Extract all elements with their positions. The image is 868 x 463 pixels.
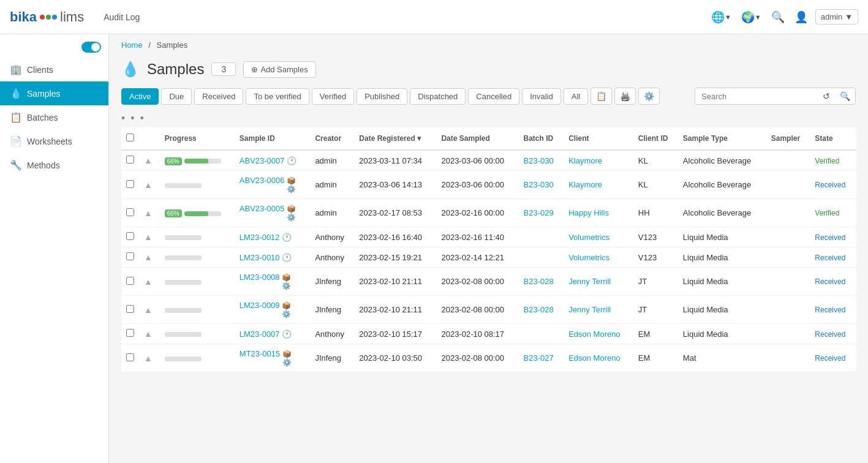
- batch-id-link[interactable]: B23-028: [524, 305, 554, 314]
- sample-id-link[interactable]: LM23-0010: [240, 253, 280, 262]
- filter-invalid[interactable]: Invalid: [522, 88, 561, 105]
- th-date-registered: Date Registered ▾: [354, 127, 436, 150]
- select-all-checkbox[interactable]: [126, 134, 134, 141]
- filter-all[interactable]: All: [564, 88, 588, 105]
- row-checkbox[interactable]: [126, 277, 134, 285]
- add-samples-label: Add Samples: [260, 65, 308, 74]
- row-sample-type-cell: Alcoholic Beverage: [678, 199, 766, 227]
- th-creator: Creator: [310, 127, 354, 150]
- up-arrow-icon[interactable]: ▲: [144, 305, 153, 315]
- th-state: State: [810, 127, 856, 150]
- sidebar-item-methods[interactable]: 🔧 Methods: [0, 153, 108, 177]
- row-checkbox[interactable]: [126, 156, 134, 164]
- row-sample-type-cell: Liquid Media: [678, 296, 766, 324]
- up-arrow-icon[interactable]: ▲: [144, 353, 153, 363]
- row-creator-cell: admin: [310, 150, 354, 171]
- globe-icon[interactable]: 🌍 ▼: [739, 8, 764, 26]
- filter-due[interactable]: Due: [161, 88, 192, 105]
- client-link[interactable]: Volumetrics: [568, 233, 609, 242]
- row-checkbox[interactable]: [126, 252, 134, 260]
- filter-verified[interactable]: Verified: [312, 88, 354, 105]
- row-date-sampled-cell: 2023-02-16 11:40: [436, 227, 518, 247]
- up-arrow-icon[interactable]: ▲: [144, 232, 153, 242]
- sidebar-collapse-toggle[interactable]: [81, 42, 101, 53]
- filter-active[interactable]: Active: [121, 88, 159, 105]
- client-link[interactable]: Edson Moreno: [568, 329, 621, 339]
- search-icon[interactable]: 🔍: [769, 8, 787, 26]
- up-arrow-icon[interactable]: ▲: [144, 277, 153, 287]
- count-input[interactable]: [211, 62, 236, 76]
- row-checkbox[interactable]: [126, 232, 134, 240]
- row-state-cell: Received: [810, 324, 856, 344]
- sample-id-link[interactable]: ABV23-0005: [240, 204, 285, 213]
- sample-id-link[interactable]: LM23-0009: [240, 301, 280, 310]
- table-row: ▲ LM23-0009 📦⚙️ JInfeng 2023-02-10 21:11…: [121, 296, 856, 324]
- row-date-sampled-cell: 2023-02-08 00:00: [436, 344, 518, 372]
- batch-id-link[interactable]: B23-027: [524, 353, 554, 363]
- row-batch-id-cell: B23-030: [519, 150, 564, 171]
- search-box: ↺ 🔍: [695, 88, 856, 105]
- th-arrow: [139, 127, 160, 150]
- add-samples-button[interactable]: ⊕ Add Samples: [243, 61, 315, 78]
- row-sampler-cell: [766, 199, 810, 227]
- sidebar-item-clients[interactable]: 🏢 Clients: [0, 58, 108, 81]
- row-checkbox[interactable]: [126, 305, 134, 313]
- settings-icon-btn[interactable]: ⚙️: [638, 88, 660, 105]
- sample-id-link[interactable]: LM23-0008: [240, 273, 280, 282]
- sample-id-link[interactable]: LM23-0007: [240, 329, 280, 339]
- filter-dispatched[interactable]: Dispatched: [410, 88, 466, 105]
- table-wrap: Progress Sample ID Creator Date Register…: [109, 127, 868, 372]
- sample-id-link[interactable]: ABV23-0007: [240, 156, 285, 165]
- filter-cancelled[interactable]: Cancelled: [468, 88, 519, 105]
- batch-id-link[interactable]: B23-030: [524, 156, 554, 165]
- client-link[interactable]: Volumetrics: [568, 253, 609, 262]
- up-arrow-icon[interactable]: ▲: [144, 156, 153, 165]
- search-refresh-btn[interactable]: ↺: [818, 88, 835, 104]
- row-date-registered-cell: 2023-02-15 19:21: [354, 247, 436, 268]
- search-input[interactable]: [695, 89, 818, 104]
- row-arrow-cell: ▲: [139, 268, 160, 296]
- row-arrow-cell: ▲: [139, 324, 160, 344]
- search-submit-btn[interactable]: 🔍: [835, 88, 855, 104]
- audit-log-link[interactable]: Audit Log: [104, 12, 140, 22]
- up-arrow-icon[interactable]: ▲: [144, 252, 153, 262]
- row-progress-cell: [160, 324, 235, 344]
- breadcrumb-home[interactable]: Home: [121, 40, 143, 50]
- row-checkbox[interactable]: [126, 208, 134, 216]
- sidebar-item-worksheets[interactable]: 📄 Worksheets: [0, 129, 108, 153]
- filter-published[interactable]: Published: [357, 88, 407, 105]
- filter-to-be-verified[interactable]: To be verified: [246, 88, 309, 105]
- row-checkbox[interactable]: [126, 180, 134, 188]
- sample-id-link[interactable]: LM23-0012: [240, 233, 280, 242]
- more-options-btn[interactable]: • • •: [121, 112, 145, 124]
- state-badge: Received: [815, 306, 845, 314]
- user-settings-icon[interactable]: 👤: [792, 8, 810, 26]
- flag-icon[interactable]: 🌐 ▼: [709, 8, 734, 26]
- row-checkbox[interactable]: [126, 353, 134, 361]
- client-link[interactable]: Klaymore: [568, 180, 602, 189]
- row-checkbox[interactable]: [126, 329, 134, 337]
- main-content: Home / Samples 💧 Samples ⊕ Add Samples A…: [109, 34, 868, 463]
- batch-id-link[interactable]: B23-028: [524, 277, 554, 286]
- row-date-registered-cell: 2023-03-11 07:34: [354, 150, 436, 171]
- sample-id-link[interactable]: MT23-0015: [240, 349, 280, 358]
- batch-id-link[interactable]: B23-029: [524, 208, 554, 217]
- client-link[interactable]: Jenny Terrill: [568, 305, 611, 314]
- client-link[interactable]: Klaymore: [568, 156, 602, 165]
- sidebar-item-batches[interactable]: 📋 Batches: [0, 105, 108, 129]
- copy-icon-btn[interactable]: 📋: [591, 88, 612, 105]
- row-client-id-cell: KL: [633, 150, 678, 171]
- up-arrow-icon[interactable]: ▲: [144, 208, 153, 218]
- filter-received[interactable]: Received: [194, 88, 243, 105]
- batch-id-link[interactable]: B23-030: [524, 180, 554, 189]
- admin-menu[interactable]: admin ▼: [815, 9, 858, 24]
- sidebar-item-samples[interactable]: 💧 Samples: [0, 81, 108, 105]
- client-link[interactable]: Happy Hills: [568, 208, 609, 217]
- up-arrow-icon[interactable]: ▲: [144, 180, 153, 190]
- row-arrow-cell: ▲: [139, 227, 160, 247]
- client-link[interactable]: Edson Moreno: [568, 353, 621, 363]
- client-link[interactable]: Jenny Terrill: [568, 277, 611, 286]
- up-arrow-icon[interactable]: ▲: [144, 329, 153, 339]
- sample-id-link[interactable]: ABV23-0006: [240, 176, 285, 185]
- print-icon-btn[interactable]: 🖨️: [614, 88, 636, 105]
